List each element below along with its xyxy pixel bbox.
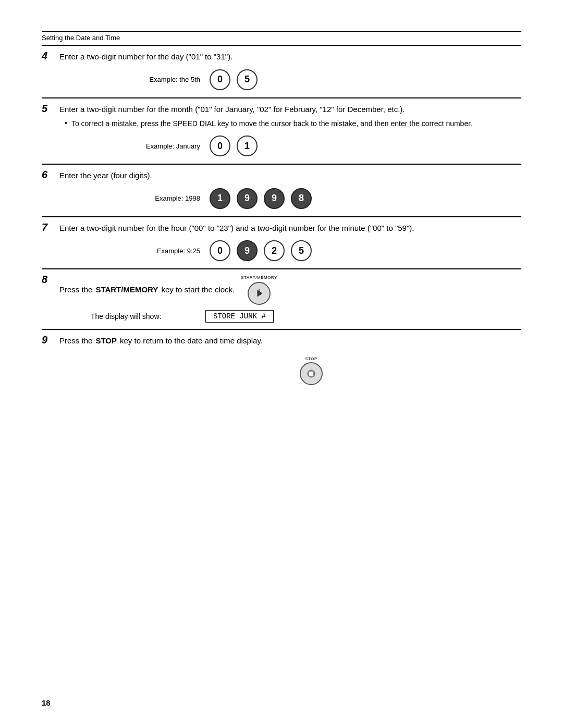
step6-example: Example: 1998 1 9 9 8 xyxy=(59,188,521,209)
step7-example-label: Example: 9:25 xyxy=(143,247,200,255)
step6-number: 6 xyxy=(42,169,59,181)
step7-content: Enter a two-digit number for the hour ("… xyxy=(59,223,521,266)
step4-text: Enter a two-digit number for the day ("0… xyxy=(59,51,521,63)
start-memory-circle xyxy=(248,282,271,305)
step9-text-after: key to return to the date and time displ… xyxy=(120,335,263,347)
step7-key-0: 0 xyxy=(210,240,230,261)
step5-text: Enter a two-digit number for the month (… xyxy=(59,104,521,116)
step9-content: Press the STOP key to return to the date… xyxy=(59,335,521,385)
step6-row: 6 Enter the year (four digits). Example:… xyxy=(42,170,521,213)
step4-example: Example: the 5th 0 5 xyxy=(59,69,521,90)
stop-key: STOP xyxy=(300,356,323,385)
step5-rule xyxy=(42,97,521,98)
stop-icon xyxy=(305,368,317,379)
step8-text: Press the START/MEMORY key to start the … xyxy=(59,275,521,305)
store-junk-display: STORE JUNK # xyxy=(205,310,274,323)
start-memory-key: START/MEMORY xyxy=(241,275,277,305)
step6-key-8: 8 xyxy=(291,188,312,209)
step6-example-label: Example: 1998 xyxy=(143,194,200,202)
stop-key-label: STOP xyxy=(305,356,317,361)
step5-bullet-row: • To correct a mistake, press the SPEED … xyxy=(65,118,521,129)
step8-rule xyxy=(42,268,521,269)
step8-key-name: START/MEMORY xyxy=(95,284,158,296)
bullet-dot: • xyxy=(65,119,67,127)
step6-key-9a: 9 xyxy=(237,188,258,209)
step8-row: 8 Press the START/MEMORY key to start th… xyxy=(42,275,521,326)
page: Setting the Date and Time 4 Enter a two-… xyxy=(0,0,563,728)
step5-content: Enter a two-digit number for the month (… xyxy=(59,104,521,161)
step5-key-0: 0 xyxy=(210,135,230,156)
step9-number: 9 xyxy=(42,334,59,346)
svg-rect-3 xyxy=(309,372,313,376)
stop-circle xyxy=(300,362,323,385)
start-memory-icon xyxy=(253,288,265,299)
step6-key-9b: 9 xyxy=(264,188,285,209)
step9-row: 9 Press the STOP key to return to the da… xyxy=(42,335,521,385)
step7-number: 7 xyxy=(42,221,59,233)
step9-key-name: STOP xyxy=(95,335,117,347)
step5-number: 5 xyxy=(42,103,59,115)
step4-key-0: 0 xyxy=(210,69,230,90)
step8-text-before: Press the xyxy=(59,284,92,296)
svg-marker-0 xyxy=(258,290,262,297)
step5-row: 5 Enter a two-digit number for the month… xyxy=(42,104,521,161)
step9-text: Press the STOP key to return to the date… xyxy=(59,335,521,347)
step8-display-label: The display will show: xyxy=(91,312,205,320)
step7-text: Enter a two-digit number for the hour ("… xyxy=(59,223,521,235)
page-number: 18 xyxy=(42,698,51,707)
step6-content: Enter the year (four digits). Example: 1… xyxy=(59,170,521,213)
step5-bullet-text: To correct a mistake, press the SPEED DI… xyxy=(71,118,472,129)
step7-key-2: 2 xyxy=(264,240,285,261)
step7-key-5: 5 xyxy=(291,240,312,261)
step8-content: Press the START/MEMORY key to start the … xyxy=(59,275,521,326)
step4-rule xyxy=(42,45,521,46)
step4-number: 4 xyxy=(42,50,59,62)
step5-key-1: 1 xyxy=(237,135,258,156)
step4-content: Enter a two-digit number for the day ("0… xyxy=(59,51,521,94)
step4-row: 4 Enter a two-digit number for the day (… xyxy=(42,51,521,94)
step5-example-label: Example: January xyxy=(143,142,200,150)
step6-key-1: 1 xyxy=(210,188,230,209)
step6-rule xyxy=(42,164,521,165)
step4-example-label: Example: the 5th xyxy=(143,76,200,83)
step7-rule xyxy=(42,216,521,217)
step9-key-area: STOP xyxy=(59,354,521,385)
step8-display-row: The display will show: STORE JUNK # xyxy=(59,310,521,323)
step7-row: 7 Enter a two-digit number for the hour … xyxy=(42,223,521,266)
step8-text-after: key to start the clock. xyxy=(161,284,235,296)
step5-example: Example: January 0 1 xyxy=(59,135,521,156)
start-memory-key-label: START/MEMORY xyxy=(241,275,277,281)
step7-key-9: 9 xyxy=(237,240,258,261)
step9-rule xyxy=(42,329,521,330)
step7-example: Example: 9:25 0 9 2 5 xyxy=(59,240,521,261)
step9-text-before: Press the xyxy=(59,335,92,347)
step4-key-5: 5 xyxy=(237,69,258,90)
step6-text: Enter the year (four digits). xyxy=(59,170,521,182)
section-header: Setting the Date and Time xyxy=(42,34,521,42)
step8-number: 8 xyxy=(42,274,59,286)
top-rule xyxy=(42,31,521,32)
